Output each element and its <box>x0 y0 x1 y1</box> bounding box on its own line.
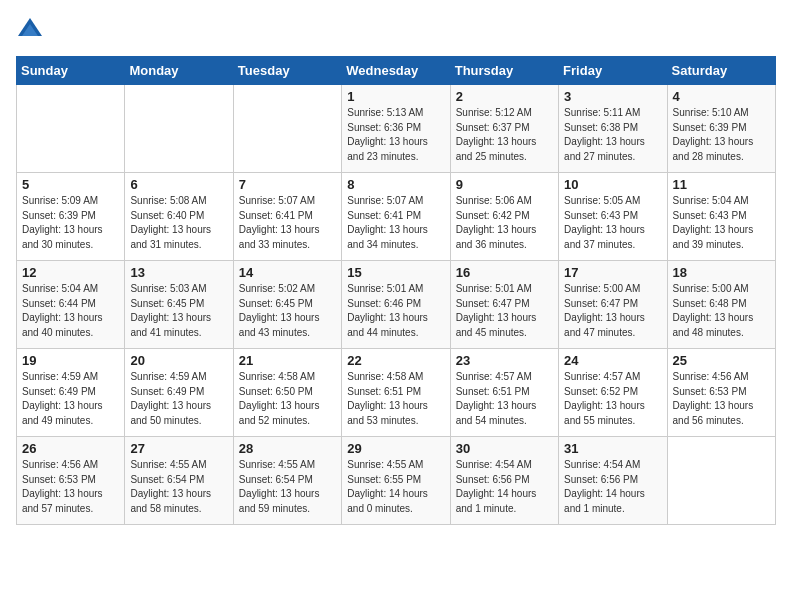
day-number: 31 <box>564 441 661 456</box>
day-info: Sunrise: 5:13 AM Sunset: 6:36 PM Dayligh… <box>347 106 444 164</box>
page-header <box>16 16 776 44</box>
day-info: Sunrise: 5:09 AM Sunset: 6:39 PM Dayligh… <box>22 194 119 252</box>
day-number: 26 <box>22 441 119 456</box>
day-info: Sunrise: 4:57 AM Sunset: 6:51 PM Dayligh… <box>456 370 553 428</box>
day-info: Sunrise: 4:55 AM Sunset: 6:55 PM Dayligh… <box>347 458 444 516</box>
day-number: 30 <box>456 441 553 456</box>
day-number: 10 <box>564 177 661 192</box>
day-info: Sunrise: 4:56 AM Sunset: 6:53 PM Dayligh… <box>673 370 770 428</box>
day-info: Sunrise: 5:04 AM Sunset: 6:44 PM Dayligh… <box>22 282 119 340</box>
day-info: Sunrise: 5:00 AM Sunset: 6:47 PM Dayligh… <box>564 282 661 340</box>
day-number: 21 <box>239 353 336 368</box>
calendar-cell: 30Sunrise: 4:54 AM Sunset: 6:56 PM Dayli… <box>450 437 558 525</box>
day-info: Sunrise: 4:54 AM Sunset: 6:56 PM Dayligh… <box>456 458 553 516</box>
day-number: 24 <box>564 353 661 368</box>
day-number: 3 <box>564 89 661 104</box>
day-info: Sunrise: 5:01 AM Sunset: 6:47 PM Dayligh… <box>456 282 553 340</box>
calendar-cell: 11Sunrise: 5:04 AM Sunset: 6:43 PM Dayli… <box>667 173 775 261</box>
calendar-cell: 3Sunrise: 5:11 AM Sunset: 6:38 PM Daylig… <box>559 85 667 173</box>
day-number: 23 <box>456 353 553 368</box>
day-number: 17 <box>564 265 661 280</box>
calendar-cell: 6Sunrise: 5:08 AM Sunset: 6:40 PM Daylig… <box>125 173 233 261</box>
calendar-cell: 26Sunrise: 4:56 AM Sunset: 6:53 PM Dayli… <box>17 437 125 525</box>
calendar-week-row: 26Sunrise: 4:56 AM Sunset: 6:53 PM Dayli… <box>17 437 776 525</box>
day-info: Sunrise: 4:57 AM Sunset: 6:52 PM Dayligh… <box>564 370 661 428</box>
day-info: Sunrise: 5:11 AM Sunset: 6:38 PM Dayligh… <box>564 106 661 164</box>
calendar-cell: 17Sunrise: 5:00 AM Sunset: 6:47 PM Dayli… <box>559 261 667 349</box>
day-number: 20 <box>130 353 227 368</box>
calendar-week-row: 5Sunrise: 5:09 AM Sunset: 6:39 PM Daylig… <box>17 173 776 261</box>
calendar-cell: 9Sunrise: 5:06 AM Sunset: 6:42 PM Daylig… <box>450 173 558 261</box>
day-number: 1 <box>347 89 444 104</box>
calendar-cell: 24Sunrise: 4:57 AM Sunset: 6:52 PM Dayli… <box>559 349 667 437</box>
logo <box>16 16 48 44</box>
day-number: 25 <box>673 353 770 368</box>
day-info: Sunrise: 5:08 AM Sunset: 6:40 PM Dayligh… <box>130 194 227 252</box>
calendar-cell: 20Sunrise: 4:59 AM Sunset: 6:49 PM Dayli… <box>125 349 233 437</box>
calendar-cell: 2Sunrise: 5:12 AM Sunset: 6:37 PM Daylig… <box>450 85 558 173</box>
calendar-cell: 27Sunrise: 4:55 AM Sunset: 6:54 PM Dayli… <box>125 437 233 525</box>
calendar-cell: 13Sunrise: 5:03 AM Sunset: 6:45 PM Dayli… <box>125 261 233 349</box>
day-info: Sunrise: 4:58 AM Sunset: 6:51 PM Dayligh… <box>347 370 444 428</box>
calendar-cell: 5Sunrise: 5:09 AM Sunset: 6:39 PM Daylig… <box>17 173 125 261</box>
day-number: 12 <box>22 265 119 280</box>
day-number: 11 <box>673 177 770 192</box>
calendar-table: SundayMondayTuesdayWednesdayThursdayFrid… <box>16 56 776 525</box>
calendar-cell: 16Sunrise: 5:01 AM Sunset: 6:47 PM Dayli… <box>450 261 558 349</box>
day-number: 19 <box>22 353 119 368</box>
calendar-cell: 23Sunrise: 4:57 AM Sunset: 6:51 PM Dayli… <box>450 349 558 437</box>
calendar-cell: 25Sunrise: 4:56 AM Sunset: 6:53 PM Dayli… <box>667 349 775 437</box>
calendar-cell <box>233 85 341 173</box>
weekday-header-saturday: Saturday <box>667 57 775 85</box>
calendar-cell: 31Sunrise: 4:54 AM Sunset: 6:56 PM Dayli… <box>559 437 667 525</box>
calendar-cell: 10Sunrise: 5:05 AM Sunset: 6:43 PM Dayli… <box>559 173 667 261</box>
day-info: Sunrise: 4:54 AM Sunset: 6:56 PM Dayligh… <box>564 458 661 516</box>
day-number: 5 <box>22 177 119 192</box>
day-info: Sunrise: 5:06 AM Sunset: 6:42 PM Dayligh… <box>456 194 553 252</box>
calendar-week-row: 1Sunrise: 5:13 AM Sunset: 6:36 PM Daylig… <box>17 85 776 173</box>
day-number: 22 <box>347 353 444 368</box>
calendar-cell: 4Sunrise: 5:10 AM Sunset: 6:39 PM Daylig… <box>667 85 775 173</box>
day-info: Sunrise: 4:58 AM Sunset: 6:50 PM Dayligh… <box>239 370 336 428</box>
calendar-cell: 18Sunrise: 5:00 AM Sunset: 6:48 PM Dayli… <box>667 261 775 349</box>
day-number: 14 <box>239 265 336 280</box>
day-info: Sunrise: 4:59 AM Sunset: 6:49 PM Dayligh… <box>22 370 119 428</box>
logo-icon <box>16 16 44 44</box>
day-info: Sunrise: 5:12 AM Sunset: 6:37 PM Dayligh… <box>456 106 553 164</box>
day-info: Sunrise: 5:04 AM Sunset: 6:43 PM Dayligh… <box>673 194 770 252</box>
day-number: 7 <box>239 177 336 192</box>
weekday-header-friday: Friday <box>559 57 667 85</box>
calendar-cell: 19Sunrise: 4:59 AM Sunset: 6:49 PM Dayli… <box>17 349 125 437</box>
weekday-header-wednesday: Wednesday <box>342 57 450 85</box>
day-number: 6 <box>130 177 227 192</box>
day-info: Sunrise: 4:56 AM Sunset: 6:53 PM Dayligh… <box>22 458 119 516</box>
day-number: 15 <box>347 265 444 280</box>
day-number: 4 <box>673 89 770 104</box>
day-info: Sunrise: 5:02 AM Sunset: 6:45 PM Dayligh… <box>239 282 336 340</box>
day-info: Sunrise: 5:07 AM Sunset: 6:41 PM Dayligh… <box>239 194 336 252</box>
weekday-header-thursday: Thursday <box>450 57 558 85</box>
day-info: Sunrise: 5:05 AM Sunset: 6:43 PM Dayligh… <box>564 194 661 252</box>
day-number: 13 <box>130 265 227 280</box>
day-info: Sunrise: 4:55 AM Sunset: 6:54 PM Dayligh… <box>130 458 227 516</box>
calendar-cell: 28Sunrise: 4:55 AM Sunset: 6:54 PM Dayli… <box>233 437 341 525</box>
day-number: 8 <box>347 177 444 192</box>
weekday-header-sunday: Sunday <box>17 57 125 85</box>
calendar-cell: 22Sunrise: 4:58 AM Sunset: 6:51 PM Dayli… <box>342 349 450 437</box>
day-number: 27 <box>130 441 227 456</box>
day-number: 16 <box>456 265 553 280</box>
calendar-cell: 8Sunrise: 5:07 AM Sunset: 6:41 PM Daylig… <box>342 173 450 261</box>
calendar-cell: 1Sunrise: 5:13 AM Sunset: 6:36 PM Daylig… <box>342 85 450 173</box>
day-number: 2 <box>456 89 553 104</box>
calendar-cell: 21Sunrise: 4:58 AM Sunset: 6:50 PM Dayli… <box>233 349 341 437</box>
calendar-cell: 29Sunrise: 4:55 AM Sunset: 6:55 PM Dayli… <box>342 437 450 525</box>
day-info: Sunrise: 5:07 AM Sunset: 6:41 PM Dayligh… <box>347 194 444 252</box>
calendar-week-row: 12Sunrise: 5:04 AM Sunset: 6:44 PM Dayli… <box>17 261 776 349</box>
calendar-cell: 12Sunrise: 5:04 AM Sunset: 6:44 PM Dayli… <box>17 261 125 349</box>
calendar-cell <box>17 85 125 173</box>
day-number: 9 <box>456 177 553 192</box>
day-number: 28 <box>239 441 336 456</box>
day-number: 18 <box>673 265 770 280</box>
day-info: Sunrise: 5:00 AM Sunset: 6:48 PM Dayligh… <box>673 282 770 340</box>
day-info: Sunrise: 5:01 AM Sunset: 6:46 PM Dayligh… <box>347 282 444 340</box>
